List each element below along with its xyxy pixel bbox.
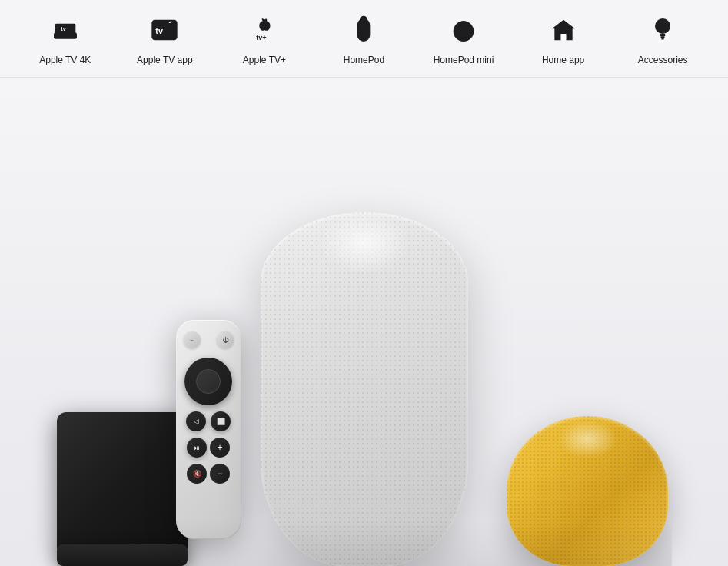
apple-tv-plus-icon: tv+ <box>246 12 283 48</box>
nav-label-home-app: Home app <box>542 55 584 65</box>
svg-rect-12 <box>660 34 666 36</box>
svg-text:tv: tv <box>61 25 66 32</box>
apple-tv-app-icon: tv <box>146 12 183 48</box>
nav-label-homepod-mini: HomePod mini <box>434 55 494 65</box>
home-app-icon <box>545 12 582 48</box>
remote-bottom-row: 🔇 − <box>187 464 230 484</box>
remote-media-row: ⏯ + <box>187 438 230 458</box>
remote-touchpad <box>184 358 232 405</box>
homepod-mini-icon <box>445 12 482 48</box>
remote-playpause-button: ⏯ <box>187 438 207 458</box>
homepod-icon <box>345 12 382 48</box>
remote-power-button: ⏻ <box>217 331 234 348</box>
homepod-body <box>261 212 468 566</box>
ground-shadow <box>57 520 672 566</box>
remote-plus-button: + <box>210 438 230 458</box>
nav-item-homepod[interactable]: HomePod <box>329 12 398 65</box>
nav-label-apple-tv-plus: Apple TV+ <box>243 55 286 65</box>
product-nav: tv Apple TV 4K tv Apple TV app tv+ Apple… <box>0 0 728 78</box>
svg-text:tv: tv <box>156 26 164 35</box>
remote-top-row: − ⏻ <box>184 331 234 348</box>
svg-rect-9 <box>461 21 467 30</box>
homepod-top-glow <box>318 212 411 274</box>
svg-point-7 <box>360 16 367 24</box>
remote-minus-vol-button: − <box>210 464 230 484</box>
svg-rect-13 <box>661 36 665 38</box>
apple-tv-remote: − ⏻ ◁ ⬜ ⏯ + 🔇 <box>176 320 245 543</box>
remote-tv-button: ⬜ <box>211 411 231 431</box>
nav-label-apple-tv-app: Apple TV app <box>137 55 193 65</box>
remote-touchpad-inner <box>196 369 221 394</box>
homepod-product <box>257 197 472 566</box>
apple-tv-4k-icon: tv <box>47 12 84 48</box>
nav-item-homepod-mini[interactable]: HomePod mini <box>429 12 498 65</box>
svg-point-11 <box>655 18 670 34</box>
svg-rect-10 <box>560 34 566 40</box>
nav-item-apple-tv-plus[interactable]: tv+ Apple TV+ <box>230 12 299 65</box>
nav-item-apple-tv-4k[interactable]: tv Apple TV 4K <box>31 12 100 65</box>
nav-item-apple-tv-app[interactable]: tv Apple TV app <box>130 12 199 65</box>
nav-label-homepod: HomePod <box>344 55 384 65</box>
nav-label-accessories: Accessories <box>638 55 688 65</box>
svg-rect-14 <box>661 38 663 40</box>
hero-section: − ⏻ ◁ ⬜ ⏯ + 🔇 <box>0 78 728 566</box>
homepod-mini-top-glow <box>557 420 618 458</box>
svg-text:tv+: tv+ <box>256 34 267 42</box>
nav-item-home-app[interactable]: Home app <box>529 12 598 65</box>
accessories-icon <box>644 12 681 48</box>
products-container: − ⏻ ◁ ⬜ ⏯ + 🔇 <box>57 120 672 566</box>
nav-item-accessories[interactable]: Accessories <box>628 12 697 65</box>
remote-mute-button: 🔇 <box>187 464 207 484</box>
nav-label-apple-tv-4k: Apple TV 4K <box>39 55 91 65</box>
remote-back-button: ◁ <box>186 411 206 431</box>
remote-minus-button: − <box>184 331 201 348</box>
remote-nav-row: ◁ ⬜ <box>186 411 231 431</box>
remote-body: − ⏻ ◁ ⬜ ⏯ + 🔇 <box>176 320 241 539</box>
